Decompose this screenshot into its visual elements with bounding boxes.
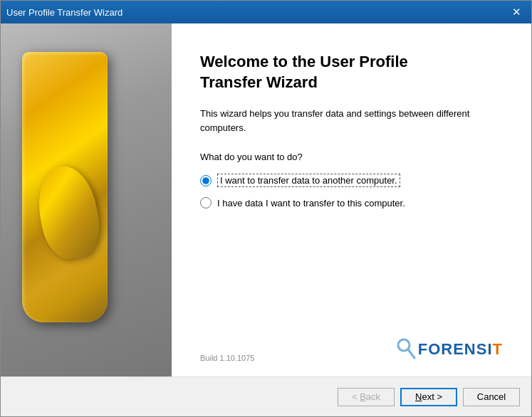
back-button[interactable]: < Back — [338, 388, 395, 406]
wizard-title: Welcome to the User Profile Transfer Wiz… — [200, 52, 503, 93]
options-group: I want to transfer data to another compu… — [200, 174, 503, 208]
left-panel — [1, 23, 172, 376]
cancel-label: Cancel — [477, 391, 506, 402]
option1-label[interactable]: I want to transfer data to another compu… — [200, 174, 503, 187]
right-panel: Welcome to the User Profile Transfer Wiz… — [172, 23, 531, 376]
title-bar: User Profile Transfer Wizard ✕ — [1, 1, 531, 23]
forensit-text: FORENSIT — [418, 340, 503, 359]
option2-radio[interactable] — [200, 197, 212, 208]
content-area: Welcome to the User Profile Transfer Wiz… — [1, 23, 531, 376]
option2-label[interactable]: I have data I want to transfer to this c… — [200, 197, 503, 208]
bottom-section: Build 1.10.1075 FORENSIT — [200, 337, 503, 362]
option1-text: I want to transfer data to another compu… — [217, 174, 400, 187]
svg-line-1 — [408, 349, 414, 358]
footer-bar: < Back Next > Cancel — [1, 376, 531, 416]
wizard-window: User Profile Transfer Wizard ✕ Welcome t… — [0, 0, 532, 417]
question-text: What do you want to do? — [200, 152, 503, 162]
close-button[interactable]: ✕ — [507, 4, 526, 20]
description-text: This wizard helps you transfer data and … — [200, 107, 503, 134]
option1-radio[interactable] — [200, 175, 212, 186]
decorative-image — [1, 23, 172, 376]
option2-text: I have data I want to transfer to this c… — [217, 198, 405, 208]
build-info: Build 1.10.1075 — [200, 354, 254, 362]
forensit-logo: FORENSIT — [395, 337, 503, 362]
next-button[interactable]: Next > — [400, 388, 457, 406]
forensit-logo-icon — [395, 337, 417, 362]
cancel-button[interactable]: Cancel — [463, 388, 520, 406]
window-title: User Profile Transfer Wizard — [6, 7, 122, 18]
